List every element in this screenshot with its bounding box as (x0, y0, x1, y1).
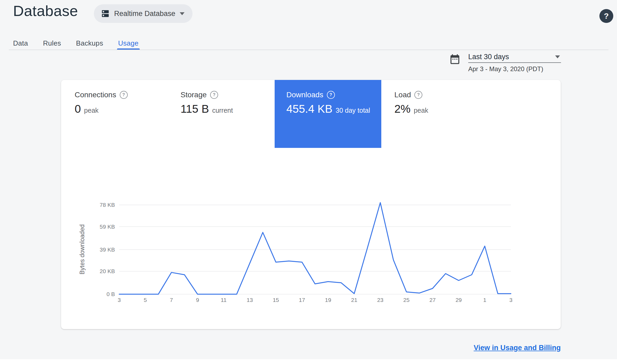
svg-text:23: 23 (377, 297, 383, 303)
tab-usage[interactable]: Usage (118, 37, 139, 50)
svg-text:29: 29 (455, 297, 462, 303)
metric-storage-value: 115 B (181, 103, 209, 115)
bottom-bar (0, 359, 617, 364)
svg-text:59 KB: 59 KB (100, 224, 115, 230)
help-icon[interactable]: ? (120, 91, 128, 99)
svg-text:13: 13 (247, 297, 253, 303)
help-icon[interactable]: ? (414, 91, 422, 99)
metric-connections[interactable]: Connections ? 0 peak (75, 91, 128, 115)
metric-downloads-label: Downloads (286, 91, 323, 99)
usage-billing-link[interactable]: View in Usage and Billing (474, 344, 561, 352)
metric-connections-unit: peak (84, 107, 98, 114)
tab-bar: Data Rules Backups Usage (13, 37, 139, 50)
svg-text:9: 9 (196, 297, 199, 303)
metric-load-value: 2% (394, 103, 411, 115)
help-button[interactable]: ? (599, 9, 613, 23)
help-icon[interactable]: ? (327, 91, 335, 99)
tab-backups[interactable]: Backups (76, 37, 103, 50)
metric-load-label: Load (394, 91, 411, 99)
svg-text:5: 5 (144, 297, 147, 303)
metric-connections-label: Connections (75, 91, 116, 99)
metric-downloads-unit: 30 day total (336, 107, 370, 114)
svg-text:0 B: 0 B (106, 291, 115, 297)
svg-text:25: 25 (403, 297, 410, 303)
svg-text:11: 11 (221, 297, 227, 303)
metric-downloads-selected[interactable]: Downloads ? 455.4 KB 30 day total (275, 80, 381, 148)
metric-load-unit: peak (414, 107, 428, 114)
metric-storage[interactable]: Storage ? 115 B current (181, 91, 233, 115)
svg-text:20 KB: 20 KB (100, 268, 115, 274)
database-icon (101, 9, 110, 18)
metric-storage-label: Storage (181, 91, 207, 99)
downloads-chart: 0 B20 KB39 KB59 KB78 KB35791113151719212… (93, 192, 541, 317)
date-range-detail: Apr 3 - May 3, 2020 (PDT) (468, 65, 561, 73)
svg-text:7: 7 (170, 297, 173, 303)
chevron-down-icon (180, 12, 185, 15)
database-selector-label: Realtime Database (114, 10, 175, 18)
metric-downloads-value: 455.4 KB (286, 103, 332, 115)
svg-text:3: 3 (509, 297, 512, 303)
svg-text:27: 27 (430, 297, 436, 303)
chevron-down-icon (555, 55, 560, 58)
date-range-picker[interactable]: Last 30 days Apr 3 - May 3, 2020 (PDT) (468, 51, 561, 73)
svg-text:19: 19 (325, 297, 331, 303)
database-selector-dropdown[interactable]: Realtime Database (94, 4, 193, 23)
svg-text:78 KB: 78 KB (100, 202, 115, 208)
svg-text:39 KB: 39 KB (100, 246, 115, 253)
tab-rules[interactable]: Rules (43, 37, 61, 50)
help-icon: ? (604, 11, 609, 21)
date-range-label: Last 30 days (468, 53, 509, 61)
calendar-icon (449, 53, 461, 65)
tab-data[interactable]: Data (13, 37, 28, 50)
date-range-dropdown[interactable]: Last 30 days (468, 51, 561, 63)
help-icon[interactable]: ? (210, 91, 218, 99)
svg-text:1: 1 (483, 297, 486, 303)
metric-storage-unit: current (212, 107, 233, 114)
database-usage-page: Database Realtime Database ? Data Rules … (0, 0, 617, 364)
downloads-line-chart: 0 B20 KB39 KB59 KB78 KB35791113151719212… (93, 192, 541, 317)
tab-divider (9, 50, 608, 50)
svg-text:21: 21 (351, 297, 357, 303)
metric-connections-value: 0 (75, 103, 81, 115)
chart-y-axis-label: Bytes downloaded (79, 209, 87, 289)
page-title: Database (13, 2, 78, 19)
svg-text:17: 17 (299, 297, 305, 303)
svg-text:15: 15 (273, 297, 279, 303)
svg-text:3: 3 (118, 297, 121, 303)
usage-card: Connections ? 0 peak Storage ? 115 B cur… (61, 80, 561, 329)
metric-load[interactable]: Load ? 2% peak (394, 91, 428, 115)
